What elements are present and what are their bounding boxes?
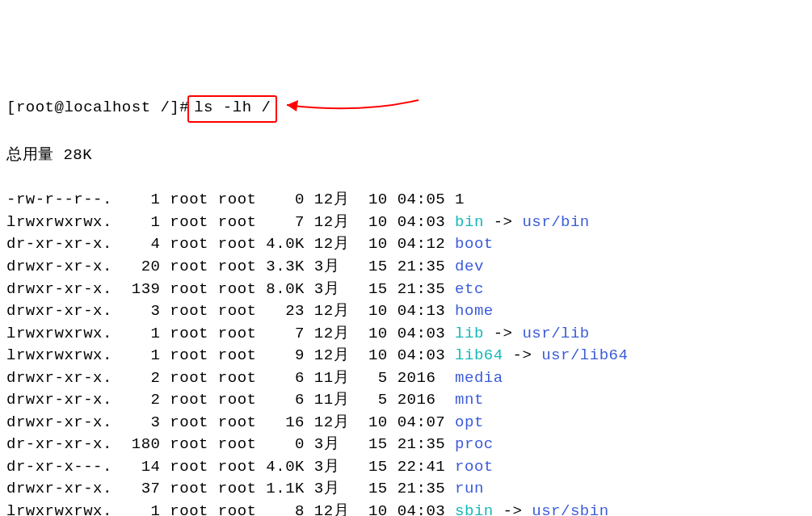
file-name: lib64: [455, 346, 503, 364]
file-row-meta: lrwxrwxrwx. 1 root root 8 12月 10 04:03: [6, 502, 455, 516]
file-row: dr-xr-x---. 14 root root 4.0K 3月 15 22:4…: [6, 456, 806, 479]
file-row-meta: drwxr-xr-x. 139 root root 8.0K 3月 15 21:…: [6, 280, 455, 298]
file-name: run: [455, 480, 484, 497]
file-row: drwxr-xr-x. 2 root root 6 11月 5 2016 med…: [6, 367, 806, 390]
file-name: boot: [455, 235, 494, 253]
file-row: drwxr-xr-x. 2 root root 6 11月 5 2016 mnt: [6, 389, 806, 412]
file-row-meta: lrwxrwxrwx. 1 root root 7 12月 10 04:03: [6, 213, 455, 231]
file-row-meta: drwxr-xr-x. 3 root root 23 12月 10 04:13: [6, 302, 455, 320]
file-row-meta: dr-xr-xr-x. 180 root root 0 3月 15 21:35: [6, 435, 455, 453]
prompt-text: [root@localhost /]#: [6, 99, 189, 116]
symlink-target: usr/lib: [522, 325, 589, 342]
file-row: drwxr-xr-x. 3 root root 16 12月 10 04:07 …: [6, 412, 806, 434]
file-row: dr-xr-xr-x. 180 root root 0 3月 15 21:35 …: [6, 434, 806, 456]
file-name: dev: [455, 258, 484, 275]
file-name: lib: [455, 325, 484, 342]
symlink-target: usr/bin: [522, 213, 589, 231]
file-row: lrwxrwxrwx. 1 root root 9 12月 10 04:03 l…: [6, 345, 806, 367]
file-name: media: [455, 369, 503, 387]
annotation-arrow: [277, 99, 455, 116]
file-name: bin: [455, 213, 484, 231]
file-name: home: [455, 302, 494, 320]
file-name: 1: [455, 191, 465, 208]
prompt-line[interactable]: [root@localhost /]#ls -lh /: [6, 95, 806, 123]
symlink-arrow: ->: [484, 213, 523, 231]
file-row: -rw-r--r--. 1 root root 0 12月 10 04:05 1: [6, 189, 806, 212]
file-listing: -rw-r--r--. 1 root root 0 12月 10 04:05 1…: [6, 189, 806, 516]
symlink-target: usr/sbin: [532, 502, 608, 516]
file-name: proc: [455, 435, 494, 453]
file-row: drwxr-xr-x. 20 root root 3.3K 3月 15 21:3…: [6, 256, 806, 279]
file-name: etc: [455, 280, 484, 298]
file-row-meta: lrwxrwxrwx. 1 root root 9 12月 10 04:03: [6, 346, 455, 364]
file-row: lrwxrwxrwx. 1 root root 7 12月 10 04:03 b…: [6, 212, 806, 234]
symlink-arrow: ->: [494, 502, 532, 516]
file-name: root: [455, 458, 494, 476]
file-row: dr-xr-xr-x. 4 root root 4.0K 12月 10 04:1…: [6, 233, 806, 256]
command-highlight-box: ls -lh /: [187, 95, 277, 123]
symlink-arrow: ->: [484, 325, 523, 342]
file-row-meta: drwxr-xr-x. 2 root root 6 11月 5 2016: [6, 391, 455, 409]
file-row-meta: dr-xr-xr-x. 4 root root 4.0K 12月 10 04:1…: [6, 235, 455, 253]
symlink-target: usr/lib64: [541, 346, 628, 364]
file-row: lrwxrwxrwx. 1 root root 8 12月 10 04:03 s…: [6, 501, 806, 516]
file-row-meta: drwxr-xr-x. 37 root root 1.1K 3月 15 21:3…: [6, 480, 455, 497]
command-text: ls -lh /: [194, 99, 271, 116]
file-row-meta: drwxr-xr-x. 2 root root 6 11月 5 2016: [6, 369, 455, 387]
file-name: opt: [455, 413, 484, 431]
file-row: drwxr-xr-x. 3 root root 23 12月 10 04:13 …: [6, 300, 806, 323]
file-row-meta: dr-xr-x---. 14 root root 4.0K 3月 15 22:4…: [6, 458, 455, 476]
file-row: lrwxrwxrwx. 1 root root 7 12月 10 04:03 l…: [6, 323, 806, 346]
file-name: sbin: [455, 502, 494, 516]
file-row-meta: drwxr-xr-x. 3 root root 16 12月 10 04:07: [6, 413, 455, 431]
file-row-meta: lrwxrwxrwx. 1 root root 7 12月 10 04:03: [6, 325, 455, 342]
file-row-meta: drwxr-xr-x. 20 root root 3.3K 3月 15 21:3…: [6, 258, 455, 275]
file-name: mnt: [455, 391, 484, 409]
file-row: drwxr-xr-x. 139 root root 8.0K 3月 15 21:…: [6, 279, 806, 301]
total-line: 总用量 28K: [6, 145, 806, 167]
file-row-meta: -rw-r--r--. 1 root root 0 12月 10 04:05: [6, 191, 455, 208]
file-row: drwxr-xr-x. 37 root root 1.1K 3月 15 21:3…: [6, 478, 806, 501]
symlink-arrow: ->: [503, 346, 542, 364]
